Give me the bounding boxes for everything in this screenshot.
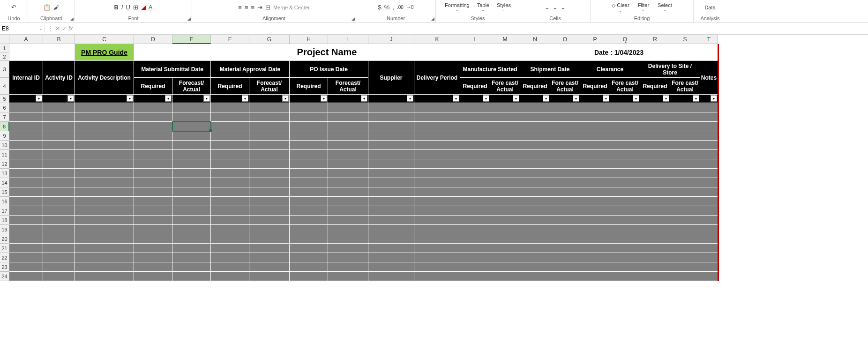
cell-N18[interactable] [520,216,550,225]
cell-D18[interactable] [134,216,172,225]
cell-M24[interactable] [490,272,520,281]
filter-dropdown-G[interactable]: ▾ [282,95,289,102]
cell-M17[interactable] [490,206,520,216]
cell-T14[interactable] [700,178,718,187]
percent-icon[interactable]: % [384,4,390,11]
cell-K16[interactable] [414,197,460,206]
cell-E22[interactable] [172,253,211,262]
cell-I24[interactable] [328,272,368,281]
cell-T18[interactable] [700,216,718,225]
cell-G20[interactable] [249,234,290,244]
decrease-decimal-icon[interactable]: .00 [397,5,404,10]
cell-O6[interactable] [550,103,580,112]
cell-H10[interactable] [290,141,328,150]
cell-C23[interactable] [75,262,134,272]
select-all-corner[interactable] [0,35,9,44]
cell-Q12[interactable] [610,159,640,169]
cell-R13[interactable] [640,169,670,178]
col-header-B[interactable]: B [43,35,75,44]
row-header-6[interactable]: 6 [0,103,9,112]
cell-T24[interactable] [700,272,718,281]
cell-F22[interactable] [211,253,249,262]
filter-dropdown-I[interactable]: ▾ [361,95,367,102]
cell-I14[interactable] [328,178,368,187]
cell-R9[interactable] [640,131,670,141]
col-header-O[interactable]: O [550,35,580,44]
cell-N12[interactable] [520,159,550,169]
col-header-I[interactable]: I [328,35,368,44]
cell-K19[interactable] [414,225,460,234]
cell-A11[interactable] [9,150,43,159]
cell-N8[interactable] [520,122,550,131]
cell-Q21[interactable] [610,244,640,253]
align-right-icon[interactable]: ≡ [251,4,254,11]
cell-J24[interactable] [368,272,414,281]
cell-G6[interactable] [249,103,290,112]
cell-K13[interactable] [414,169,460,178]
cell-P6[interactable] [580,103,610,112]
insert-cells-button[interactable]: ⌄ [545,4,550,11]
cell-P13[interactable] [580,169,610,178]
cell-R10[interactable] [640,141,670,150]
col-header-L[interactable]: L [460,35,490,44]
cell-O20[interactable] [550,234,580,244]
cell-E14[interactable] [172,178,211,187]
enter-formula-icon[interactable]: ✓ [62,25,67,32]
name-box-dropdown-icon[interactable]: ⌄ [39,26,43,31]
cell-S17[interactable] [670,206,700,216]
cell-T21[interactable] [700,244,718,253]
cell-styles-button[interactable]: Styles⌄ [495,1,513,13]
cell-F10[interactable] [211,141,249,150]
cell-N24[interactable] [520,272,550,281]
cell-D9[interactable] [134,131,172,141]
font-color-icon[interactable]: A [149,4,153,11]
cell-B16[interactable] [43,197,75,206]
cell-P12[interactable] [580,159,610,169]
filter-dropdown-S[interactable]: ▾ [693,95,699,102]
cell-H7[interactable] [290,112,328,122]
cell-I23[interactable] [328,262,368,272]
cell-F6[interactable] [211,103,249,112]
col-header-M[interactable]: M [490,35,520,44]
cell-A23[interactable] [9,262,43,272]
cell-C6[interactable] [75,103,134,112]
col-header-N[interactable]: N [520,35,550,44]
align-left-icon[interactable]: ≡ [238,4,242,11]
cell-S6[interactable] [670,103,700,112]
cell-R21[interactable] [640,244,670,253]
cell-O23[interactable] [550,262,580,272]
cell-G17[interactable] [249,206,290,216]
name-box-input[interactable] [2,25,30,32]
cell-O17[interactable] [550,206,580,216]
cell-S19[interactable] [670,225,700,234]
cell-S13[interactable] [670,169,700,178]
cell-K6[interactable] [414,103,460,112]
cell-M7[interactable] [490,112,520,122]
cell-G12[interactable] [249,159,290,169]
col-header-T[interactable]: T [700,35,718,44]
cell-S14[interactable] [670,178,700,187]
cell-G9[interactable] [249,131,290,141]
cell-Q19[interactable] [610,225,640,234]
cell-H16[interactable] [290,197,328,206]
comma-icon[interactable]: , [392,4,394,11]
cell-G22[interactable] [249,253,290,262]
cell-K21[interactable] [414,244,460,253]
filter-dropdown-B[interactable]: ▾ [67,95,74,102]
cell-H8[interactable] [290,122,328,131]
cell-M6[interactable] [490,103,520,112]
cell-I16[interactable] [328,197,368,206]
cell-S10[interactable] [670,141,700,150]
cell-N23[interactable] [520,262,550,272]
cell-T19[interactable] [700,225,718,234]
cell-G24[interactable] [249,272,290,281]
cell-K23[interactable] [414,262,460,272]
cell-N7[interactable] [520,112,550,122]
cell-P10[interactable] [580,141,610,150]
cell-S23[interactable] [670,262,700,272]
cell-D23[interactable] [134,262,172,272]
cell-G7[interactable] [249,112,290,122]
cell-N9[interactable] [520,131,550,141]
cell-I8[interactable] [328,122,368,131]
cell-N10[interactable] [520,141,550,150]
